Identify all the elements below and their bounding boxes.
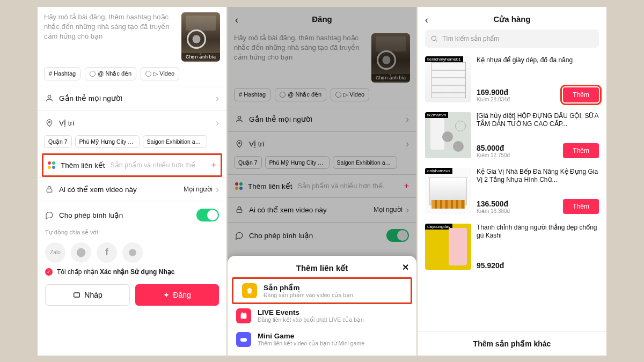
chip-video[interactable]: ▷ Video <box>141 67 179 80</box>
row-location-label: Vị trí <box>249 139 265 148</box>
search-placeholder: Tìm kiếm sản phẩm <box>442 35 499 42</box>
comments-label: Cho phép bình luận <box>59 211 123 219</box>
add-link-hint: Sản phẩm và nhiều hơn thế. <box>298 182 385 190</box>
product-item[interactable]: tk2martvn [Giá hủy diệt] HỘP ĐỰNG DẦU GỘ… <box>418 109 606 165</box>
add-product-button[interactable]: Thêm <box>563 143 599 158</box>
sheet-item-sub: Thêm liên kết video của bạn từ Mini game <box>258 340 364 346</box>
chevron-right-icon <box>216 184 219 195</box>
search-input[interactable]: Tìm kiếm sản phẩm <box>425 29 599 48</box>
back-icon[interactable]: ‹ <box>235 14 238 26</box>
row-location[interactable]: Vị trí <box>228 131 416 156</box>
svg-point-3 <box>129 249 136 256</box>
row-location[interactable]: Vị trí <box>38 110 226 135</box>
who-view-label: Ai có thể xem video này <box>59 185 137 194</box>
draft-button[interactable]: Nháp <box>45 284 130 306</box>
screen-post-compose: Hãy mô tả bài đăng, thêm hashtag hoặc nh… <box>38 7 226 356</box>
cover-thumbnail[interactable]: Chọn ảnh bìa <box>371 33 410 83</box>
description-placeholder[interactable]: Hãy mô tả bài đăng, thêm hashtag hoặc nh… <box>44 12 177 62</box>
row-tag-label: Gắn thẻ mọi người <box>59 94 122 102</box>
sheet-item-minigame[interactable]: Mini GameThêm liên kết video của bạn từ … <box>228 328 416 351</box>
add-product-button[interactable]: Thêm <box>563 87 599 102</box>
chip-video[interactable]: ▷ Video <box>331 88 369 101</box>
calendar-icon <box>236 308 251 323</box>
sheet-item-sub: Đăng liên kết vào buổi phát LIVE của bạn <box>258 316 364 323</box>
loc-chip[interactable]: Quận 7 <box>234 156 262 169</box>
product-item[interactable]: onlyhomeus Kệ Gia Vị Nhà Bếp Đa Năng Kệ … <box>418 165 606 220</box>
description-placeholder[interactable]: Hãy mô tả bài đăng, thêm hashtag hoặc nh… <box>234 33 367 83</box>
chip-hashtag[interactable]: # Hashtag <box>234 88 270 101</box>
row-tag-label: Gắn thẻ mọi người <box>249 115 312 123</box>
bag-icon <box>242 283 257 298</box>
svg-rect-8 <box>241 313 247 319</box>
sheet-item-product[interactable]: Sản phẩmĐăng sản phẩm vào video của bạn <box>233 279 411 302</box>
loc-chip[interactable]: Saigon Exhibition and... <box>143 135 207 148</box>
product-image: onlyhomeus <box>425 168 471 214</box>
svg-rect-11 <box>240 338 247 342</box>
accept-prefix: Tôi chấp nhận <box>57 268 100 276</box>
chip-mention[interactable]: @ Nhắc đến <box>85 67 136 80</box>
row-tag-people[interactable]: Gắn thẻ mọi người <box>228 107 416 131</box>
screen-add-link-sheet: ‹Đăng Hãy mô tả bài đăng, thêm hashtag h… <box>228 7 416 356</box>
sheet-item-sub: Đăng sản phẩm vào video của bạn <box>264 292 353 298</box>
seller-tag: onlyhomeus <box>425 168 452 174</box>
search-icon <box>430 35 438 42</box>
back-icon[interactable]: ‹ <box>425 14 428 26</box>
draft-label: Nháp <box>84 291 102 299</box>
loc-chip[interactable]: Quận 7 <box>44 135 72 148</box>
add-link-label: Thêm liên kết <box>248 182 292 190</box>
cover-thumbnail[interactable]: Chọn ảnh bìa <box>181 12 220 62</box>
cover-label: Chọn ảnh bìa <box>181 53 220 61</box>
who-value: Mọi người <box>184 186 213 193</box>
row-allow-comments[interactable]: Cho phép bình luận <box>228 222 416 248</box>
post-label: Đăng <box>173 291 191 299</box>
product-earn: Kiếm 16.380đ <box>477 208 510 214</box>
toggle-comments[interactable] <box>196 209 219 221</box>
add-link-hint: Sản phẩm và nhiều hơn thế. <box>111 161 197 169</box>
sheet-item-live[interactable]: LIVE EventsĐăng liên kết vào buổi phát L… <box>228 304 416 328</box>
seller-tag: daycungday <box>425 224 452 230</box>
product-price: 136.500đ <box>477 200 510 208</box>
product-item[interactable]: tienichmyhome01 Kệ nhựa để giày dép, đồ … <box>418 53 606 109</box>
share-messenger[interactable] <box>71 242 91 263</box>
plus-icon[interactable]: + <box>211 160 216 170</box>
post-button[interactable]: ✦Đăng <box>135 284 219 306</box>
chip-hashtag[interactable]: # Hashtag <box>44 67 80 80</box>
product-name: Thanh chỉnh dáng người thẳng đẹp chống g… <box>477 224 599 240</box>
add-product-button[interactable]: Thêm <box>563 199 599 214</box>
row-allow-comments[interactable]: Cho phép bình luận <box>38 202 226 228</box>
product-item[interactable]: daycungday Thanh chỉnh dáng người thẳng … <box>418 220 606 276</box>
loc-chip[interactable]: Saigon Exhibition and... <box>333 156 397 169</box>
add-more-products[interactable]: Thêm sản phẩm khác <box>418 331 606 356</box>
chip-mention[interactable]: @ Nhắc đến <box>275 88 326 101</box>
row-who-view[interactable]: Ai có thể xem video này Mọi người <box>38 177 226 202</box>
plus-icon[interactable]: + <box>404 181 409 191</box>
share-chat[interactable] <box>122 242 143 263</box>
accept-music[interactable]: ✓ Tôi chấp nhận Xác nhận Sử dụng Nhạc <box>38 268 226 281</box>
svg-rect-10 <box>245 312 245 314</box>
chevron-right-icon <box>406 138 409 150</box>
chip-video-label: ▷ Video <box>153 70 174 77</box>
toggle-comments[interactable] <box>386 229 409 242</box>
svg-point-6 <box>239 142 240 144</box>
row-add-link[interactable]: Thêm liên kếtSản phẩm và nhiều hơn thế. … <box>228 174 416 197</box>
sheet-item-title: LIVE Events <box>258 308 364 316</box>
share-zalo[interactable]: Zalo <box>45 242 65 263</box>
game-icon <box>236 332 251 347</box>
who-value: Mọi người <box>374 206 402 213</box>
loc-chip[interactable]: Phú Mỹ Hưng City Ce... <box>265 156 330 169</box>
product-image: tk2martvn <box>425 112 471 158</box>
product-price: 169.900đ <box>477 88 510 97</box>
row-tag-people[interactable]: Gắn thẻ mọi người <box>38 86 226 110</box>
close-icon[interactable]: ✕ <box>402 262 409 272</box>
svg-rect-4 <box>74 293 80 297</box>
row-who-view[interactable]: Ai có thể xem video nàyMọi người <box>228 197 416 222</box>
comment-icon <box>45 211 54 219</box>
highlight-add-link: Thêm liên kết Sản phẩm và nhiều hơn thế.… <box>42 153 222 177</box>
product-image: daycungday <box>425 224 471 270</box>
row-add-link[interactable]: Thêm liên kết Sản phẩm và nhiều hơn thế.… <box>43 155 221 175</box>
loc-chip[interactable]: Phú Mỹ Hưng City Ce... <box>75 135 140 148</box>
share-facebook[interactable]: f <box>97 242 117 263</box>
chevron-right-icon <box>406 204 409 216</box>
accept-bold: Xác nhận Sử dụng Nhạc <box>100 268 174 276</box>
svg-rect-2 <box>47 189 52 192</box>
